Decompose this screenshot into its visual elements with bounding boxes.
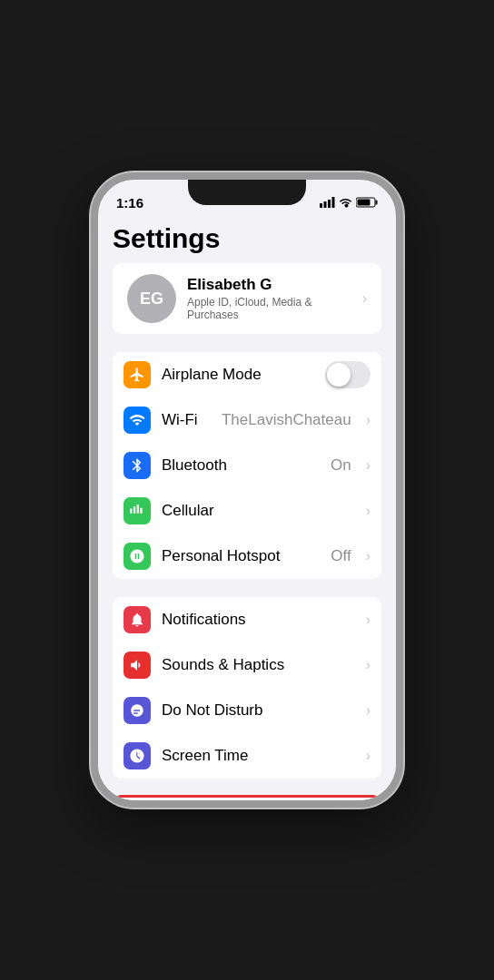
- sidebar-item-general[interactable]: General ›: [113, 797, 381, 800]
- signal-icon: [320, 197, 335, 208]
- avatar: EG: [127, 274, 176, 323]
- wifi-settings-icon: [124, 407, 151, 434]
- profile-name: Elisabeth G: [187, 276, 351, 294]
- screen-content[interactable]: Settings EG Elisabeth G Apple ID, iCloud…: [98, 216, 396, 800]
- do-not-disturb-chevron: ›: [366, 702, 370, 719]
- sidebar-item-do-not-disturb[interactable]: Do Not Disturb ›: [113, 688, 381, 733]
- screen-time-label: Screen Time: [162, 747, 355, 765]
- bluetooth-value: On: [331, 456, 351, 475]
- settings-group-notifications: Notifications › Sounds & Haptics ›: [113, 597, 381, 779]
- profile-chevron: ›: [362, 290, 367, 307]
- hotspot-chevron: ›: [366, 548, 370, 564]
- wifi-label: Wi-Fi: [162, 411, 211, 429]
- wifi-value: TheLavishChateau: [222, 411, 351, 429]
- airplane-mode-icon: [124, 361, 151, 388]
- bluetooth-icon: [124, 452, 151, 479]
- status-icons: [320, 197, 378, 208]
- bluetooth-label: Bluetooth: [162, 456, 320, 475]
- screen-time-icon: [124, 742, 151, 769]
- do-not-disturb-label: Do Not Disturb: [162, 701, 355, 720]
- wifi-chevron: ›: [366, 412, 370, 428]
- status-time: 1:16: [116, 195, 143, 211]
- sidebar-item-wifi[interactable]: Wi-Fi TheLavishChateau ›: [113, 397, 381, 443]
- sounds-icon: [124, 652, 151, 679]
- sidebar-item-sounds[interactable]: Sounds & Haptics ›: [113, 642, 381, 688]
- bluetooth-chevron: ›: [366, 457, 370, 474]
- phone-frame: 1:16 Settings: [91, 172, 403, 808]
- do-not-disturb-icon: [124, 697, 151, 724]
- sidebar-item-personal-hotspot[interactable]: Personal Hotspot Off ›: [113, 534, 381, 579]
- sidebar-item-bluetooth[interactable]: Bluetooth On ›: [113, 443, 381, 488]
- sounds-label: Sounds & Haptics: [162, 656, 355, 674]
- profile-row[interactable]: EG Elisabeth G Apple ID, iCloud, Media &…: [113, 263, 381, 334]
- sounds-chevron: ›: [366, 657, 370, 673]
- status-bar: 1:16: [98, 180, 396, 216]
- svg-rect-0: [320, 203, 322, 208]
- sidebar-item-screen-time[interactable]: Screen Time ›: [113, 733, 381, 779]
- svg-rect-6: [358, 200, 370, 206]
- settings-group-connectivity: Airplane Mode Wi-Fi TheLavishChateau ›: [113, 352, 381, 579]
- notifications-icon: [124, 606, 151, 633]
- svg-rect-2: [328, 200, 331, 208]
- airplane-mode-toggle[interactable]: [325, 361, 370, 388]
- cellular-icon: [124, 497, 151, 524]
- page-title: Settings: [98, 216, 396, 263]
- wifi-icon: [339, 197, 352, 208]
- notifications-chevron: ›: [366, 612, 370, 628]
- screen-time-chevron: ›: [366, 748, 370, 764]
- profile-subtitle: Apple ID, iCloud, Media & Purchases: [187, 296, 351, 321]
- battery-icon: [356, 197, 378, 208]
- notifications-label: Notifications: [162, 611, 355, 629]
- profile-info: Elisabeth G Apple ID, iCloud, Media & Pu…: [187, 276, 351, 321]
- cellular-label: Cellular: [162, 502, 355, 520]
- svg-rect-5: [376, 201, 378, 205]
- airplane-mode-label: Airplane Mode: [162, 366, 314, 384]
- svg-rect-3: [332, 197, 335, 208]
- hotspot-label: Personal Hotspot: [162, 547, 320, 565]
- svg-rect-1: [324, 201, 327, 208]
- settings-group-general: General › Control Center ›: [113, 797, 381, 800]
- hotspot-icon: [124, 543, 151, 570]
- sidebar-item-airplane-mode[interactable]: Airplane Mode: [113, 352, 381, 397]
- hotspot-value: Off: [331, 547, 351, 565]
- sidebar-item-notifications[interactable]: Notifications ›: [113, 597, 381, 642]
- sidebar-item-cellular[interactable]: Cellular ›: [113, 488, 381, 534]
- cellular-chevron: ›: [366, 503, 370, 519]
